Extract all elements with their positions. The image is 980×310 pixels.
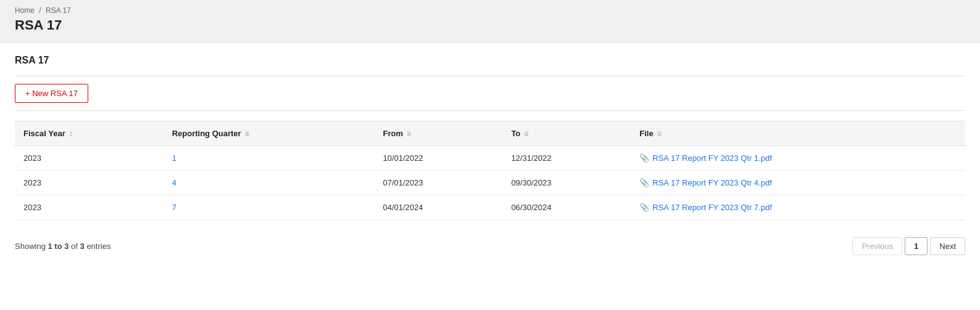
previous-button[interactable]: Previous (852, 237, 902, 255)
col-to-label: To (511, 129, 520, 138)
cell-reporting-quarter[interactable]: 1 (164, 146, 375, 171)
file-name: RSA 17 Report FY 2023 Qtr 1.pdf (652, 153, 771, 163)
reporting-quarter-filter-icon[interactable]: ≡ (245, 129, 249, 138)
showing-middle: of (69, 242, 80, 251)
file-name: RSA 17 Report FY 2023 Qtr 4.pdf (652, 178, 771, 187)
file-name: RSA 17 Report FY 2023 Qtr 7.pdf (652, 203, 771, 212)
from-filter-icon[interactable]: ≡ (407, 129, 411, 138)
paperclip-icon: 📎 (639, 178, 649, 187)
rsa17-table: Fiscal Year ↕ Reporting Quarter ≡ From ≡ (15, 121, 965, 220)
cell-to: 12/31/2022 (502, 146, 631, 171)
reporting-quarter-link[interactable]: 1 (172, 153, 176, 163)
table-row: 2023704/01/202406/30/2024📎RSA 17 Report … (15, 195, 965, 220)
breadcrumb: Home / RSA 17 (15, 6, 965, 15)
col-to: To ≡ (502, 121, 631, 146)
cell-fiscal-year: 2023 (15, 146, 164, 171)
cell-from: 04/01/2024 (374, 195, 502, 220)
table-header-row: Fiscal Year ↕ Reporting Quarter ≡ From ≡ (15, 121, 965, 146)
to-filter-icon[interactable]: ≡ (524, 129, 528, 138)
col-from-label: From (383, 129, 403, 138)
new-rsa17-button[interactable]: + New RSA 17 (15, 84, 88, 103)
cell-file[interactable]: 📎RSA 17 Report FY 2023 Qtr 4.pdf (631, 171, 965, 195)
section-title: RSA 17 (15, 55, 965, 66)
table-row: 2023407/01/202309/30/2023📎RSA 17 Report … (15, 171, 965, 195)
col-file: File ≡ (631, 121, 965, 146)
breadcrumb-current: RSA 17 (46, 6, 71, 15)
col-reporting-quarter-label: Reporting Quarter (172, 129, 241, 138)
cell-from: 10/01/2022 (374, 146, 502, 171)
cell-to: 09/30/2023 (502, 171, 631, 195)
cell-reporting-quarter[interactable]: 4 (164, 171, 375, 195)
page-1-button[interactable]: 1 (905, 237, 928, 255)
fiscal-year-sort-icon[interactable]: ↕ (69, 129, 73, 138)
pagination-controls: Previous 1 Next (852, 237, 965, 255)
file-link[interactable]: 📎RSA 17 Report FY 2023 Qtr 4.pdf (639, 178, 771, 187)
showing-total: 3 (80, 242, 85, 251)
col-fiscal-year: Fiscal Year ↕ (15, 121, 164, 146)
cell-from: 07/01/2023 (374, 171, 502, 195)
breadcrumb-separator: / (39, 6, 41, 15)
cell-file[interactable]: 📎RSA 17 Report FY 2023 Qtr 7.pdf (631, 195, 965, 220)
main-content: RSA 17 + New RSA 17 Fiscal Year ↕ Report… (0, 43, 980, 267)
cell-reporting-quarter[interactable]: 7 (164, 195, 375, 220)
breadcrumb-home-link[interactable]: Home (15, 6, 35, 15)
cell-file[interactable]: 📎RSA 17 Report FY 2023 Qtr 1.pdf (631, 146, 965, 171)
paperclip-icon: 📎 (639, 153, 649, 163)
table-row: 2023110/01/202212/31/2022📎RSA 17 Report … (15, 146, 965, 171)
file-link[interactable]: 📎RSA 17 Report FY 2023 Qtr 7.pdf (639, 203, 771, 212)
paperclip-icon: 📎 (639, 203, 649, 212)
showing-text: Showing 1 to 3 of 3 entries (15, 242, 110, 251)
reporting-quarter-link[interactable]: 7 (172, 203, 176, 212)
showing-range: 1 to 3 (48, 242, 69, 251)
showing-suffix: entries (85, 242, 111, 251)
cell-fiscal-year: 2023 (15, 195, 164, 220)
showing-prefix: Showing (15, 242, 48, 251)
next-button[interactable]: Next (930, 237, 965, 255)
col-fiscal-year-label: Fiscal Year (23, 129, 65, 138)
reporting-quarter-link[interactable]: 4 (172, 178, 176, 187)
file-link[interactable]: 📎RSA 17 Report FY 2023 Qtr 1.pdf (639, 153, 771, 163)
page-title: RSA 17 (15, 17, 965, 39)
file-filter-icon[interactable]: ≡ (657, 129, 662, 138)
cell-fiscal-year: 2023 (15, 171, 164, 195)
cell-to: 06/30/2024 (502, 195, 631, 220)
col-file-label: File (639, 129, 653, 138)
toolbar: + New RSA 17 (15, 76, 965, 111)
pagination-bar: Showing 1 to 3 of 3 entries Previous 1 N… (15, 231, 965, 255)
col-reporting-quarter: Reporting Quarter ≡ (164, 121, 375, 146)
col-from: From ≡ (374, 121, 502, 146)
